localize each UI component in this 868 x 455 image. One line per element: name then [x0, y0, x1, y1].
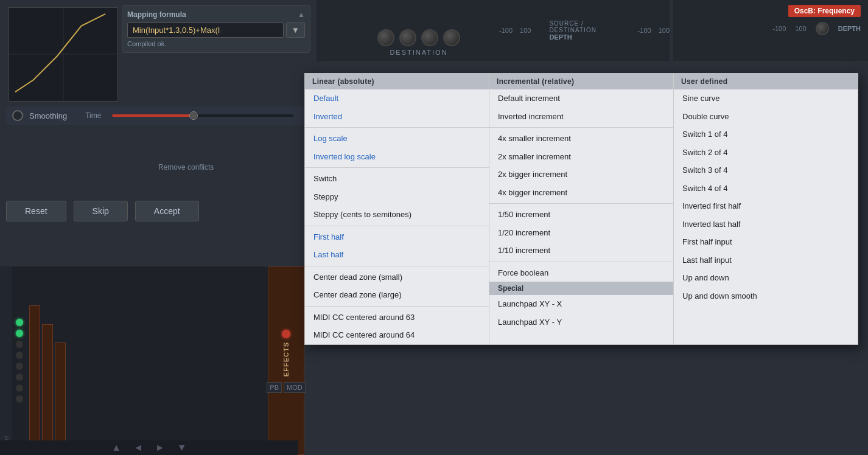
menu-item-1-20[interactable]: 1/20 increment [489, 224, 673, 242]
pb-button[interactable]: PB [267, 382, 282, 393]
menu-item-midi-cc-63[interactable]: MIDI CC centered around 63 [305, 308, 489, 327]
dropdown-menu: Linear (absolute) Default Inverted Log s… [304, 73, 858, 345]
fader-area [27, 266, 268, 455]
menu-item-4x-smaller[interactable]: 4x smaller increment [489, 130, 673, 148]
effects-panel: EFFECTS PB MOD [268, 266, 304, 455]
menu-item-double-curve[interactable]: Double curve [674, 108, 858, 126]
source-dest-label: SOURCE / DESTINATION [549, 20, 619, 33]
menu-item-launchpad-x[interactable]: Launchpad XY - X [489, 295, 673, 313]
effects-power-button[interactable] [282, 330, 290, 338]
compiled-status: Compiled ok. [127, 40, 305, 47]
menu-item-up-and-down[interactable]: Up and down [674, 269, 858, 287]
time-slider-thumb [189, 111, 198, 120]
effects-label: EFFECTS [282, 342, 290, 377]
menu-item-switch-2-of-4[interactable]: Switch 2 of 4 [674, 144, 858, 162]
destination-label: DESTINATION [390, 49, 447, 56]
channel-dot-7 [16, 384, 23, 392]
src-dest-center: SOURCE / DESTINATION DEPTH [549, 20, 619, 41]
channel-dot-5 [16, 363, 23, 370]
oscb-depth-label: DEPTH [838, 25, 861, 32]
destination-bar: DESTINATION [317, 0, 521, 61]
menu-item-inverted-log-scale[interactable]: Inverted log scale [305, 148, 489, 166]
menu-item-steppy[interactable]: Steppy [305, 188, 489, 206]
menu-item-launchpad-y[interactable]: Launchpad XY - Y [489, 313, 673, 332]
dest-range-neg: -100 [638, 27, 651, 34]
oscb-knob[interactable] [816, 22, 829, 35]
mapping-title: Mapping formula ▲ [127, 10, 305, 19]
menu-item-up-and-down-smooth[interactable]: Up and down smooth [674, 287, 858, 305]
pb-mod-row: PB MOD [267, 382, 305, 393]
menu-item-center-dead-small[interactable]: Center dead zone (small) [305, 268, 489, 287]
fader-3[interactable] [55, 342, 66, 453]
menu-item-switch-4-of-4[interactable]: Switch 4 of 4 [674, 179, 858, 198]
scroll-left-icon[interactable]: ◄ [133, 442, 143, 453]
channel-dot-2 [16, 330, 23, 337]
smoothing-toggle[interactable] [12, 110, 23, 121]
skip-button[interactable]: Skip [74, 201, 128, 221]
smoothing-label: Smoothing [29, 111, 67, 120]
insert-label: Insert [0, 266, 12, 455]
scroll-down-icon[interactable]: ▼ [177, 442, 187, 453]
menu-item-first-half[interactable]: First half [305, 228, 489, 246]
fader-1[interactable] [29, 305, 40, 453]
menu-item-4x-bigger[interactable]: 4x bigger increment [489, 184, 673, 202]
menu-item-switch[interactable]: Switch [305, 170, 489, 188]
menu-item-log-scale[interactable]: Log scale [305, 130, 489, 148]
divider-inc-2 [489, 203, 673, 204]
channel-dot-6 [16, 373, 23, 381]
channel-dot-4 [16, 352, 23, 359]
dest-knob-2[interactable] [399, 29, 416, 46]
divider-4 [305, 266, 489, 266]
menu-item-switch-1-of-4[interactable]: Switch 1 of 4 [674, 125, 858, 144]
dest-range: -100 100 [638, 27, 670, 34]
effects-area: Insert EFFECTS PB MOD [0, 266, 304, 455]
source-range-neg: -100 [499, 27, 513, 34]
source-dest-section: -100 100 SOURCE / DESTINATION DEPTH -100… [499, 0, 670, 61]
scroll-right-icon[interactable]: ► [155, 442, 165, 453]
dest-knob-4[interactable] [443, 29, 460, 46]
mapping-formula-panel: Mapping formula ▲ ▼ Compiled ok. [122, 5, 310, 53]
accept-button[interactable]: Accept [135, 201, 199, 221]
menu-item-2x-smaller[interactable]: 2x smaller increment [489, 148, 673, 166]
menu-item-1-50[interactable]: 1/50 increment [489, 206, 673, 224]
source-depth-label: DEPTH [549, 33, 619, 41]
menu-item-first-half-input[interactable]: First half input [674, 233, 858, 251]
menu-item-switch-3-of-4[interactable]: Switch 3 of 4 [674, 161, 858, 179]
menu-item-last-half-input[interactable]: Last half input [674, 251, 858, 269]
mapping-collapse-btn[interactable]: ▲ [298, 10, 305, 19]
channel-dot-1 [16, 319, 23, 326]
source-range-pos: 100 [520, 27, 531, 34]
menu-item-2x-bigger[interactable]: 2x bigger increment [489, 165, 673, 184]
menu-item-default[interactable]: Default [305, 89, 489, 108]
dest-knob-1[interactable] [377, 29, 394, 46]
menu-item-force-boolean[interactable]: Force boolean [489, 264, 673, 282]
menu-item-last-half[interactable]: Last half [305, 246, 489, 264]
time-slider-fill [112, 114, 194, 117]
dest-range-pos: 100 [659, 27, 670, 34]
mod-button[interactable]: MOD [284, 382, 306, 393]
menu-item-inverted-first-half[interactable]: Inverted first half [674, 197, 858, 215]
menu-item-midi-cc-64[interactable]: MIDI CC centered around 64 [305, 326, 489, 344]
menu-col-incremental: Incremental (relative) Default increment… [489, 74, 674, 344]
formula-dropdown-button[interactable]: ▼ [286, 23, 305, 38]
reset-button[interactable]: Reset [6, 201, 66, 221]
menu-item-center-dead-large[interactable]: Center dead zone (large) [305, 286, 489, 304]
menu-item-default-increment[interactable]: Default increment [489, 89, 673, 108]
menu-item-steppy-cents[interactable]: Steppy (cents to semitones) [305, 206, 489, 224]
time-slider[interactable] [112, 114, 293, 117]
menu-item-1-10[interactable]: 1/10 increment [489, 241, 673, 260]
fader-2[interactable] [42, 324, 53, 453]
formula-input[interactable] [127, 23, 284, 38]
formula-graph [9, 8, 117, 101]
menu-item-sine-curve[interactable]: Sine curve [674, 89, 858, 108]
divider-1 [305, 127, 489, 128]
menu-item-inverted-last-half[interactable]: Inverted last half [674, 215, 858, 234]
smoothing-section: Smoothing Time [6, 106, 304, 125]
menu-item-inverted-increment[interactable]: Inverted increment [489, 108, 673, 126]
dest-knob-3[interactable] [421, 29, 438, 46]
scroll-up-icon[interactable]: ▲ [111, 442, 121, 453]
destination-knobs [377, 29, 460, 46]
divider-3 [305, 226, 489, 226]
col-header-incremental: Incremental (relative) [489, 74, 673, 89]
menu-item-inverted[interactable]: Inverted [305, 108, 489, 126]
